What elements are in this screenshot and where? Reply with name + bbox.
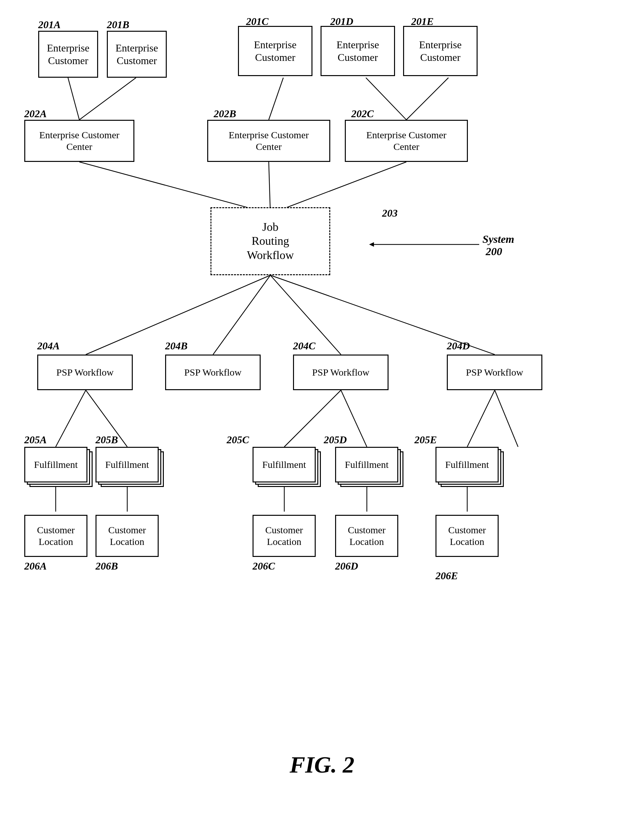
label-204c: 204C (293, 340, 315, 352)
label-206a: 206A (24, 560, 47, 572)
box-204b-psp: PSP Workflow (165, 354, 261, 390)
label-206e: 206E (435, 570, 458, 582)
box-204a-psp: PSP Workflow (37, 354, 133, 390)
svg-line-6 (269, 162, 270, 214)
box-205d-fulfillment: Fulfillment (335, 447, 398, 483)
svg-line-4 (406, 78, 448, 120)
box-201b: EnterpriseCustomer (107, 31, 167, 78)
figure-label: FIG. 2 (0, 751, 644, 779)
diagram-container: 201A 201B 201C 201D 201E 202A 202B 202C … (0, 0, 644, 814)
box-206c-customer-location: CustomerLocation (253, 515, 316, 557)
label-205b: 205B (95, 434, 118, 446)
box-205b-fulfillment: Fulfillment (95, 447, 159, 483)
box-204d-psp: PSP Workflow (447, 354, 542, 390)
svg-line-7 (270, 162, 406, 214)
box-205c-fulfillment: Fulfillment (253, 447, 316, 483)
label-202c: 202C (351, 108, 374, 120)
box-201d: EnterpriseCustomer (320, 26, 395, 76)
label-206c: 206C (253, 560, 275, 572)
svg-line-17 (495, 390, 518, 447)
label-204d: 204D (447, 340, 470, 352)
svg-line-16 (467, 390, 495, 447)
label-202b: 202B (214, 108, 236, 120)
label-204b: 204B (165, 340, 187, 352)
label-206d: 206D (335, 560, 358, 572)
svg-line-0 (68, 78, 79, 120)
label-205a: 205A (24, 434, 47, 446)
box-202c: Enterprise CustomerCenter (345, 120, 468, 162)
box-205a-fulfillment: Fulfillment (24, 447, 87, 483)
box-206a-customer-location: CustomerLocation (24, 515, 87, 557)
box-203-job-routing: JobRoutingWorkflow (210, 207, 330, 275)
label-206b: 206B (95, 560, 118, 572)
system-label: System200 (482, 233, 514, 258)
box-204c-psp: PSP Workflow (293, 354, 388, 390)
svg-line-12 (56, 390, 86, 447)
svg-marker-24 (369, 242, 374, 247)
box-205e-fulfillment: Fulfillment (435, 447, 498, 483)
box-202a: Enterprise CustomerCenter (24, 120, 134, 162)
box-201e: EnterpriseCustomer (403, 26, 478, 76)
box-206b-customer-location: CustomerLocation (95, 515, 159, 557)
svg-line-5 (79, 162, 270, 214)
box-201c: EnterpriseCustomer (238, 26, 313, 76)
label-204a: 204A (37, 340, 60, 352)
label-202a: 202A (24, 108, 47, 120)
label-203: 203 (382, 207, 398, 219)
label-205c: 205C (227, 434, 249, 446)
box-201a: EnterpriseCustomer (38, 31, 98, 78)
svg-line-1 (79, 78, 136, 120)
label-205e: 205E (414, 434, 437, 446)
label-201a: 201A (38, 19, 61, 31)
box-206d-customer-location: CustomerLocation (335, 515, 398, 557)
box-206e-customer-location: CustomerLocation (435, 515, 498, 557)
label-201b: 201B (107, 19, 129, 31)
box-202b: Enterprise CustomerCenter (207, 120, 330, 162)
svg-line-2 (269, 78, 283, 120)
label-205d: 205D (324, 434, 347, 446)
